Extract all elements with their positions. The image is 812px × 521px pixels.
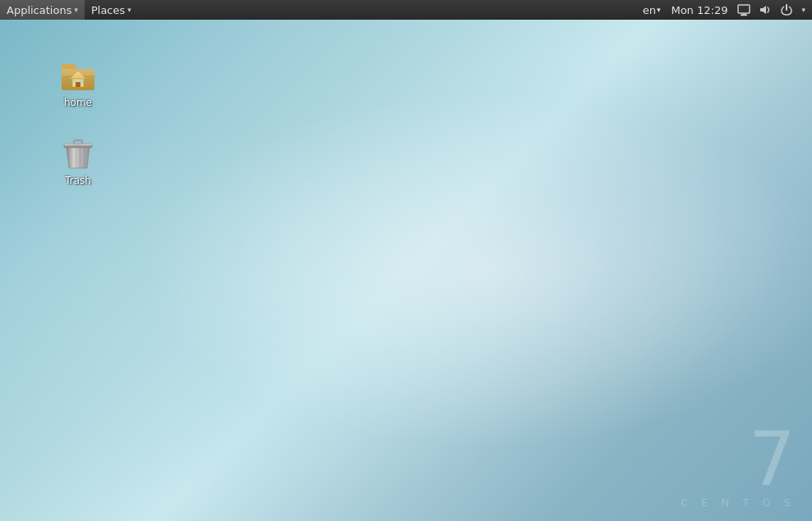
- display-icon: [737, 3, 750, 16]
- centos-watermark: 7 C E N T O S: [681, 423, 796, 509]
- applications-menu[interactable]: Applications ▾: [0, 0, 85, 20]
- taskbar: Applications ▾ Places ▾ en ▾ Mon 12:29: [0, 0, 812, 20]
- language-arrow: ▾: [657, 6, 661, 14]
- trash-label: Trash: [65, 175, 91, 186]
- trash-bin-icon: [58, 132, 98, 171]
- places-menu[interactable]: Places ▾: [85, 0, 138, 20]
- svg-marker-3: [760, 6, 766, 14]
- home-folder-icon: [58, 54, 98, 94]
- power-icon: [780, 3, 793, 16]
- clock[interactable]: Mon 12:29: [666, 0, 732, 20]
- language-selector[interactable]: en ▾: [639, 0, 665, 20]
- svg-rect-0: [738, 5, 750, 13]
- volume-icon: [759, 3, 772, 16]
- taskbar-left: Applications ▾ Places ▾: [0, 0, 138, 20]
- centos-version-number: 7: [681, 423, 796, 496]
- home-label: home: [64, 97, 92, 108]
- svg-rect-11: [62, 69, 94, 75]
- home-icon[interactable]: home: [45, 51, 111, 112]
- volume-button[interactable]: [755, 0, 775, 20]
- places-label: Places: [91, 4, 125, 16]
- svg-rect-8: [76, 82, 80, 87]
- trash-icon[interactable]: Trash: [45, 129, 111, 190]
- taskbar-right: en ▾ Mon 12:29: [639, 0, 812, 20]
- applications-arrow: ▾: [74, 6, 78, 14]
- svg-rect-10: [80, 80, 83, 82]
- system-menu-button[interactable]: ▾: [798, 0, 809, 20]
- power-button[interactable]: [777, 0, 796, 20]
- desktop: home: [0, 20, 812, 521]
- svg-rect-17: [64, 144, 92, 145]
- clock-label: Mon 12:29: [671, 4, 727, 16]
- applications-label: Applications: [7, 4, 71, 16]
- places-arrow: ▾: [127, 6, 131, 14]
- svg-rect-9: [73, 80, 76, 82]
- display-button[interactable]: [734, 0, 754, 20]
- centos-version-text: C E N T O S: [681, 496, 796, 509]
- language-label: en: [643, 4, 656, 16]
- system-arrow: ▾: [801, 6, 805, 14]
